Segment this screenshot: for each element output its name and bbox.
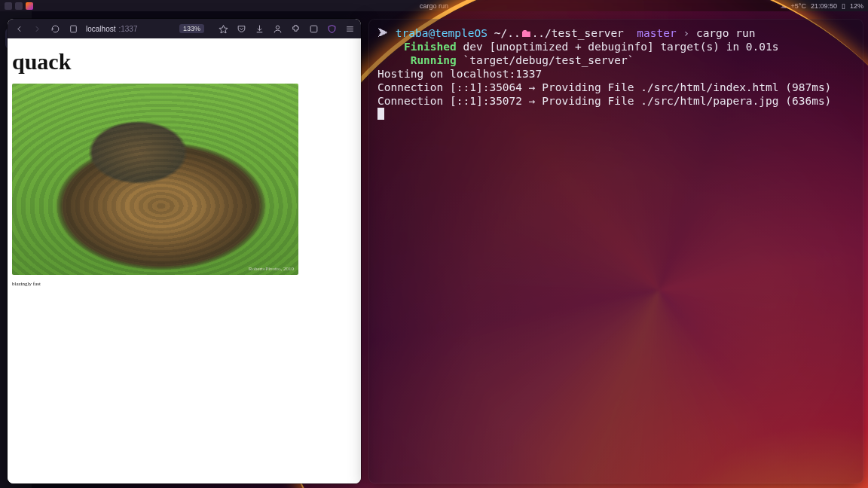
shield-icon[interactable] xyxy=(326,23,337,34)
log-hosting: Hosting on localhost:1337 xyxy=(377,68,542,80)
terminal-window[interactable]: ⮞ traba@templeOS ~/..🖿../test_server mas… xyxy=(368,19,863,483)
terminal-output: ⮞ traba@templeOS ~/..🖿../test_server mas… xyxy=(368,19,863,129)
log-conn-1: Connection [::1]:35064 → Providing File … xyxy=(377,81,831,93)
pocket-icon[interactable] xyxy=(236,23,246,34)
prompt-path: ../test_server xyxy=(532,27,624,39)
download-icon[interactable] xyxy=(254,23,264,34)
prompt-glyph: ⮞ xyxy=(377,27,389,39)
battery-percent: 12% xyxy=(850,2,863,10)
page-caption: blazingly fast xyxy=(12,281,356,287)
svg-marker-1 xyxy=(219,25,228,32)
clock-readout: 21:09:50 xyxy=(811,2,837,10)
extensions-icon[interactable] xyxy=(290,23,301,34)
status-finished-rest: dev [unoptimized + debuginfo] target(s) … xyxy=(457,41,779,53)
log-conn-2: Connection [::1]:35072 → Providing File … xyxy=(377,95,831,107)
prompt-command: cargo run xyxy=(696,27,756,39)
browser-window: localhost:1337 133% quack Robert xyxy=(8,19,361,483)
adblock-icon[interactable] xyxy=(308,23,319,34)
status-finished: Finished xyxy=(404,41,457,53)
status-running: Running xyxy=(411,54,457,66)
star-icon[interactable] xyxy=(218,23,228,34)
prompt-user: traba xyxy=(396,27,429,39)
prompt-path-prefix: ~/.. xyxy=(494,27,521,39)
terminal-cursor xyxy=(377,108,384,120)
image-watermark: RobertoPivotto, 2010 xyxy=(249,266,294,272)
folder-icon: 🖿 xyxy=(521,27,532,39)
browser-toolbar: localhost:1337 133% xyxy=(8,19,361,38)
url-host: localhost xyxy=(86,25,115,33)
page-heading: quack xyxy=(12,49,356,75)
duck-image: RobertoPivotto, 2010 xyxy=(12,84,298,275)
tray-app-icon[interactable] xyxy=(15,2,23,10)
prompt-at: @ xyxy=(428,27,435,39)
svg-rect-3 xyxy=(310,26,317,32)
prompt-host: templeOS xyxy=(435,27,487,39)
temperature-readout: +5°C xyxy=(791,2,806,10)
battery-icon: ▯ xyxy=(842,2,845,10)
back-icon[interactable] xyxy=(14,23,24,34)
prompt-sep: › xyxy=(683,27,689,39)
reload-icon[interactable] xyxy=(50,23,60,34)
site-info-icon[interactable] xyxy=(68,23,78,34)
forward-icon[interactable] xyxy=(32,23,42,34)
status-running-rest: `target/debug/test_server` xyxy=(457,54,634,66)
firefox-tray-icon[interactable] xyxy=(26,2,33,10)
svg-rect-0 xyxy=(70,26,76,32)
svg-point-2 xyxy=(276,26,279,29)
page-content: quack RobertoPivotto, 2010 blazingly fas… xyxy=(8,38,361,483)
menu-icon[interactable] xyxy=(344,23,355,34)
url-port: :1337 xyxy=(118,25,137,33)
prompt-branch: master xyxy=(637,27,676,39)
account-icon[interactable] xyxy=(272,23,283,34)
zoom-badge[interactable]: 133% xyxy=(179,24,204,33)
tray-app-icon[interactable] xyxy=(5,2,12,10)
tray-icons xyxy=(5,2,33,10)
window-title: cargo run xyxy=(420,2,448,10)
address-bar[interactable]: localhost:1337 xyxy=(86,25,138,33)
